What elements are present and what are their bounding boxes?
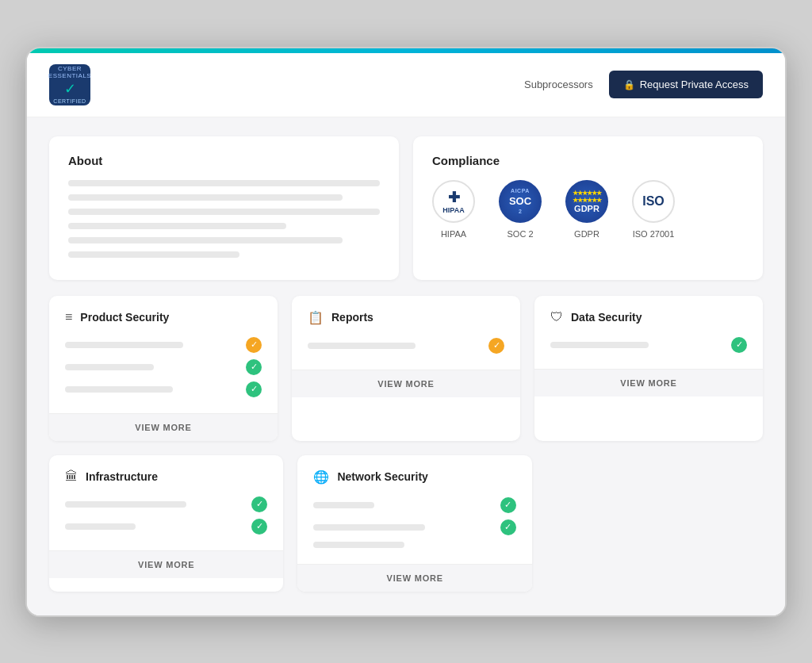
infrastructure-header: 🏛 Infrastructure: [65, 469, 267, 484]
category-row: ✓: [65, 496, 267, 512]
infrastructure-rows: ✓ ✓: [65, 496, 267, 535]
soc2-label: SOC 2: [507, 229, 533, 239]
network-security-header: 🌐 Network Security: [313, 469, 515, 485]
main-content: About Compliance ✚ HIPAA: [27, 117, 785, 615]
logo-checkmark: ✓: [64, 80, 76, 98]
compliance-title: Compliance: [432, 154, 744, 167]
category-grid-row2: 🏛 Infrastructure ✓ ✓ VIEW M: [49, 455, 532, 592]
category-row: [313, 542, 515, 548]
reports-rows: ✓: [308, 338, 504, 354]
request-private-access-button[interactable]: 🔒 Request Private Access: [609, 71, 763, 98]
compliance-hipaa: ✚ HIPAA HIPAA: [432, 180, 475, 239]
infrastructure-card: 🏛 Infrastructure ✓ ✓ VIEW M: [49, 455, 283, 592]
lock-icon: 🔒: [623, 79, 635, 90]
device-frame: CYBERESSENTIALS ✓ CERTIFIED Subprocessor…: [25, 47, 787, 617]
network-security-rows: ✓ ✓: [313, 497, 515, 548]
skeleton-line-1: [68, 180, 380, 186]
iso-label: ISO 27001: [633, 229, 675, 239]
network-security-title: Network Security: [337, 470, 427, 483]
check-green-icon: ✓: [500, 519, 516, 535]
skeleton-line-6: [68, 251, 239, 258]
category-row: ✓: [65, 359, 262, 375]
check-orange-icon: ✓: [246, 337, 262, 353]
data-security-card: 🛡 Data Security ✓ VIEW MORE: [534, 296, 763, 441]
data-security-title: Data Security: [571, 311, 642, 324]
product-security-view-more-button[interactable]: VIEW MORE: [49, 413, 278, 441]
iso-badge: ISO: [632, 180, 675, 223]
gdpr-label: GDPR: [574, 229, 599, 239]
skeleton-line-2: [68, 194, 343, 201]
product-security-card: ≡ Product Security ✓ ✓: [49, 296, 278, 441]
infrastructure-view-more-button[interactable]: VIEW MORE: [49, 550, 283, 578]
logo-certified-text: CERTIFIED: [53, 98, 86, 104]
compliance-card: Compliance ✚ HIPAA HIPAA: [413, 136, 763, 280]
about-title: About: [68, 154, 380, 167]
building-icon: 🏛: [65, 469, 78, 484]
check-green-icon: ✓: [246, 381, 262, 397]
check-green-icon: ✓: [731, 337, 747, 353]
check-green-icon: ✓: [246, 359, 262, 375]
infrastructure-body: 🏛 Infrastructure ✓ ✓: [49, 455, 283, 542]
check-green-icon: ✓: [500, 497, 516, 513]
data-security-header: 🛡 Data Security: [550, 310, 747, 324]
category-grid-row1: ≡ Product Security ✓ ✓: [49, 296, 763, 441]
subprocessors-link[interactable]: Subprocessors: [524, 79, 593, 90]
category-row: ✓: [313, 497, 515, 513]
globe-icon: 🌐: [313, 469, 329, 485]
reports-view-more-button[interactable]: VIEW MORE: [292, 370, 520, 397]
category-row: ✓: [550, 337, 747, 353]
about-card: About: [49, 136, 399, 280]
skeleton-line-5: [68, 237, 343, 243]
skeleton-line-4: [68, 223, 286, 229]
data-security-view-more-button[interactable]: VIEW MORE: [534, 369, 763, 397]
hipaa-badge: ✚ HIPAA: [432, 180, 475, 223]
soc2-badge: AICPA SOC 2: [499, 180, 542, 223]
data-security-body: 🛡 Data Security ✓: [534, 296, 763, 361]
product-security-body: ≡ Product Security ✓ ✓: [49, 296, 278, 405]
category-row: ✓: [65, 519, 267, 535]
check-green-icon: ✓: [251, 496, 267, 512]
category-row: ✓: [65, 381, 262, 397]
document-icon: 📋: [308, 310, 324, 325]
product-security-header: ≡ Product Security: [65, 310, 262, 324]
hipaa-label: HIPAA: [441, 229, 466, 239]
data-security-rows: ✓: [550, 337, 747, 353]
infrastructure-title: Infrastructure: [86, 470, 158, 483]
category-row: ✓: [308, 338, 504, 354]
network-security-card: 🌐 Network Security ✓ ✓: [297, 455, 531, 592]
compliance-iso: ISO ISO 27001: [632, 180, 675, 239]
reports-title: Reports: [331, 311, 373, 324]
check-green-icon: ✓: [251, 519, 267, 535]
top-cards-row: About Compliance ✚ HIPAA: [49, 136, 763, 280]
logo-area: CYBERESSENTIALS ✓ CERTIFIED: [49, 64, 90, 105]
check-orange-icon: ✓: [488, 338, 504, 354]
shield-icon: 🛡: [550, 310, 563, 324]
product-security-title: Product Security: [80, 311, 169, 324]
reports-body: 📋 Reports ✓: [292, 296, 520, 362]
header-nav: Subprocessors 🔒 Request Private Access: [524, 71, 763, 98]
logo-badge: CYBERESSENTIALS ✓ CERTIFIED: [49, 64, 90, 105]
list-icon: ≡: [65, 310, 72, 324]
product-security-rows: ✓ ✓ ✓: [65, 337, 262, 397]
compliance-soc2: AICPA SOC 2 SOC 2: [499, 180, 542, 239]
reports-card: 📋 Reports ✓ VIEW MORE: [292, 296, 520, 441]
request-btn-label: Request Private Access: [640, 79, 749, 90]
reports-header: 📋 Reports: [308, 310, 504, 325]
compliance-gdpr: ★★★★★★★★★★★★ GDPR GDPR: [565, 180, 608, 239]
network-security-view-more-button[interactable]: VIEW MORE: [297, 564, 531, 592]
category-row: ✓: [313, 519, 515, 535]
network-security-body: 🌐 Network Security ✓ ✓: [297, 455, 531, 556]
header: CYBERESSENTIALS ✓ CERTIFIED Subprocessor…: [27, 53, 785, 117]
gdpr-badge: ★★★★★★★★★★★★ GDPR: [565, 180, 608, 223]
compliance-logos: ✚ HIPAA HIPAA AICPA SOC 2: [432, 180, 744, 239]
skeleton-line-3: [68, 209, 380, 215]
category-row: ✓: [65, 337, 262, 353]
